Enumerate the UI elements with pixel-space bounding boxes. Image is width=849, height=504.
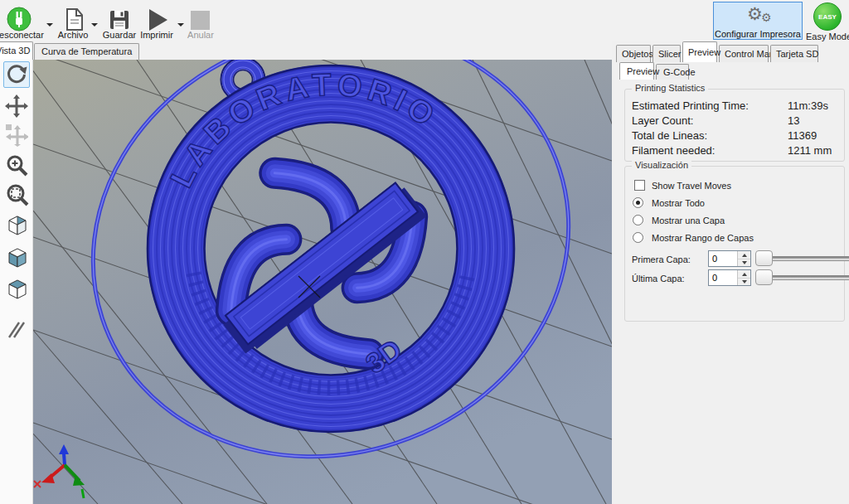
zoom-fit-button[interactable] xyxy=(3,181,30,207)
visualization-title: Visualización xyxy=(632,160,691,170)
easy-badge: EASY xyxy=(818,13,837,21)
main-toolbar: Desconectar Archivo Guardar Imprimir Anu… xyxy=(0,0,849,41)
ultima-capa-spinbox[interactable] xyxy=(708,269,751,286)
mostrar-todo-label: Mostrar Todo xyxy=(652,198,705,208)
primera-capa-label: Primera Capa: xyxy=(632,254,691,264)
stat-value-lines: 11369 xyxy=(788,129,817,142)
view-isometric-button[interactable] xyxy=(3,212,30,239)
printing-statistics-group: Printing Statistics Estimated Printing T… xyxy=(624,89,845,162)
ultima-capa-slider[interactable] xyxy=(755,269,849,286)
file-label: Archivo xyxy=(48,30,98,40)
tab-control-manual[interactable]: Control Manual xyxy=(719,45,769,62)
zoom-fit-icon xyxy=(4,182,29,206)
ultima-capa-label: Última Capa: xyxy=(632,274,685,284)
view-front-button[interactable] xyxy=(3,245,30,271)
tab-preview[interactable]: Preview xyxy=(682,41,717,62)
move-object-icon xyxy=(5,124,28,147)
easy-mode-button easy-circle-icon[interactable]: EASY xyxy=(813,2,842,31)
disconnect-dropdown-caret[interactable] xyxy=(46,23,53,27)
stat-value-time: 11m:39s xyxy=(788,99,828,112)
ultima-capa-down-arrow[interactable] xyxy=(738,278,750,285)
document-icon xyxy=(64,8,85,31)
cancel-label: Anular xyxy=(176,30,226,40)
view-top-button[interactable] xyxy=(3,276,30,303)
stat-value-layers: 13 xyxy=(788,114,799,127)
print-label: Imprimir xyxy=(132,30,182,40)
visualization-group: Visualización Show Travel Moves Mostrar … xyxy=(624,166,845,322)
zoom-in-button[interactable] xyxy=(3,152,30,178)
pan-view-button[interactable] xyxy=(3,93,30,119)
tab-tarjeta-sd[interactable]: Tarjeta SD xyxy=(770,45,818,62)
tab-vista-3d[interactable]: Vista 3D xyxy=(0,41,33,60)
view-tabstrip: Vista 3D Curva de Temperatura xyxy=(0,41,612,60)
tab-curva-temperatura[interactable]: Curva de Temperatura xyxy=(34,43,139,60)
print-preview-canvas: UIN ERBA LABORATORIO 3D xyxy=(33,60,612,504)
mostrar-todo-radio[interactable] xyxy=(633,197,643,208)
cross-section-button[interactable] xyxy=(3,317,30,343)
primera-capa-up-arrow[interactable] xyxy=(738,251,750,259)
rotate-view-button[interactable] xyxy=(3,61,30,88)
3d-viewport[interactable]: UIN ERBA LABORATORIO 3D xyxy=(33,60,612,504)
primera-capa-slider[interactable] xyxy=(755,250,849,267)
configure-printer-label: Configurar Impresora xyxy=(714,29,802,39)
ultima-capa-value[interactable] xyxy=(709,270,737,285)
view-top-icon xyxy=(4,277,29,302)
mostrar-una-capa-radio[interactable] xyxy=(633,215,643,225)
ultima-capa-slider-track[interactable] xyxy=(770,275,849,280)
cancel-button stop-square-icon xyxy=(191,11,210,30)
disconnect-label: Desconectar xyxy=(0,30,48,40)
show-travel-moves-label: Show Travel Moves xyxy=(652,181,731,191)
mostrar-rango-label: Mostrar Rango de Capas xyxy=(652,233,754,243)
mostrar-rango-radio[interactable] xyxy=(633,232,643,243)
primera-capa-value[interactable] xyxy=(709,251,737,266)
file-dropdown-caret[interactable] xyxy=(91,23,98,27)
plug-icon xyxy=(7,7,32,32)
ultima-capa-up-arrow[interactable] xyxy=(738,270,750,278)
print-dropdown-caret[interactable] xyxy=(177,23,184,27)
ultima-capa-slider-handle[interactable] xyxy=(755,269,773,285)
primera-capa-spinbox[interactable] xyxy=(708,250,751,267)
view-isometric-icon xyxy=(4,213,29,238)
move-object-button[interactable] xyxy=(3,122,30,148)
configure-printer-button[interactable]: ⚙⚙ Configurar Impresora xyxy=(713,2,803,40)
view-tools-column xyxy=(0,60,33,504)
pan-view-icon xyxy=(5,94,28,118)
right-panel: Objetos Slicer Preview Control Manual Ta… xyxy=(612,41,849,504)
subtab-gcode[interactable]: G-Code xyxy=(656,64,689,80)
play-icon xyxy=(146,7,169,32)
cross-section-icon xyxy=(6,319,27,341)
stat-row-layers: Layer Count: 13 xyxy=(632,114,839,129)
stat-row-lines: Total de Lineas: 11369 xyxy=(632,129,839,144)
gears-icon: ⚙⚙ xyxy=(714,2,802,27)
tab-objetos[interactable]: Objetos xyxy=(616,45,651,62)
view-front-icon xyxy=(4,245,29,270)
stat-row-time: Estimated Printing Time: 11m:39s xyxy=(632,99,839,114)
mostrar-una-capa-label: Mostrar una Capa xyxy=(652,216,725,225)
printing-statistics-title: Printing Statistics xyxy=(632,83,708,93)
easy-mode-label: Easy Mode xyxy=(806,32,849,41)
primera-capa-slider-handle[interactable] xyxy=(755,250,773,266)
stat-row-filament: Filament needed: 1211 mm xyxy=(632,144,839,159)
primera-capa-down-arrow[interactable] xyxy=(738,259,750,266)
floppy-icon xyxy=(109,9,130,31)
primera-capa-slider-track[interactable] xyxy=(770,256,849,261)
subtab-preview[interactable]: Preview xyxy=(619,62,654,80)
tab-slicer[interactable]: Slicer xyxy=(653,45,681,62)
rotate-view-icon xyxy=(6,64,27,85)
zoom-in-icon xyxy=(5,153,28,177)
show-travel-moves-checkbox[interactable] xyxy=(634,180,645,191)
stat-value-filament: 1211 mm xyxy=(788,144,832,157)
